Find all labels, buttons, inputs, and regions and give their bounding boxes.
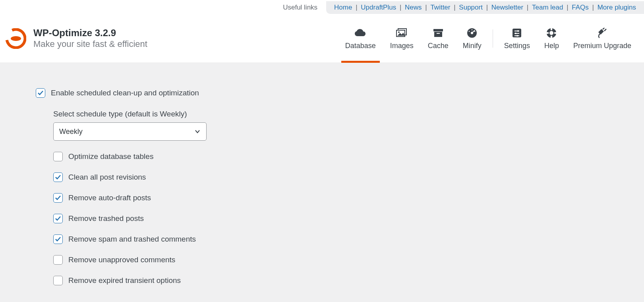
useful-links-label: Useful links bbox=[283, 4, 326, 12]
svg-point-16 bbox=[517, 30, 519, 32]
option-remove-transients: Remove expired transient options bbox=[53, 276, 331, 285]
option-checkbox[interactable] bbox=[53, 214, 63, 223]
link-faqs[interactable]: FAQs bbox=[572, 4, 589, 11]
tab-minify[interactable]: Minify bbox=[456, 15, 489, 62]
tab-label: Help bbox=[544, 42, 559, 50]
enable-schedule-checkbox[interactable] bbox=[36, 88, 45, 98]
option-remove-autodraft: Remove auto-draft posts bbox=[53, 193, 331, 203]
option-checkbox[interactable] bbox=[53, 255, 63, 265]
option-checkbox[interactable] bbox=[53, 234, 63, 244]
link-twitter[interactable]: Twitter bbox=[430, 4, 450, 11]
content-area: Enable scheduled clean-up and optimizati… bbox=[0, 62, 644, 302]
plug-icon bbox=[597, 27, 608, 39]
option-checkbox[interactable] bbox=[53, 172, 63, 182]
tab-database[interactable]: Database bbox=[338, 15, 383, 62]
option-label: Optimize database tables bbox=[68, 152, 153, 161]
tab-label: Database bbox=[345, 42, 376, 50]
schedule-type-label: Select schedule type (default is Weekly) bbox=[53, 110, 331, 118]
schedule-options-list: Optimize database tables Clean all post … bbox=[53, 152, 331, 285]
lifebuoy-icon bbox=[546, 27, 557, 39]
option-remove-spam-comments: Remove spam and trashed comments bbox=[53, 234, 331, 244]
option-label: Remove trashed posts bbox=[68, 214, 144, 223]
option-label: Clean all post revisions bbox=[68, 173, 146, 182]
svg-point-1 bbox=[11, 36, 21, 41]
useful-links-list: Home | UpdraftPlus | News | Twitter | Su… bbox=[326, 1, 644, 14]
tab-label: Images bbox=[390, 42, 414, 50]
svg-point-18 bbox=[515, 33, 516, 34]
option-remove-trashed-posts: Remove trashed posts bbox=[53, 214, 331, 223]
link-newsletter[interactable]: Newsletter bbox=[491, 4, 523, 11]
enable-schedule-row: Enable scheduled clean-up and optimizati… bbox=[36, 88, 584, 98]
svg-point-11 bbox=[469, 31, 470, 32]
enable-schedule-label: Enable scheduled clean-up and optimizati… bbox=[51, 89, 199, 97]
tab-settings[interactable]: Settings bbox=[497, 15, 537, 62]
tab-label: Cache bbox=[428, 42, 449, 50]
brand: WP-Optimize 3.2.9 Make your site fast & … bbox=[6, 27, 147, 49]
svg-line-28 bbox=[604, 29, 606, 31]
svg-rect-24 bbox=[551, 36, 552, 38]
svg-point-4 bbox=[398, 31, 400, 33]
svg-rect-25 bbox=[546, 32, 549, 34]
svg-rect-5 bbox=[433, 29, 443, 31]
plugin-subtitle: Make your site fast & efficient bbox=[33, 39, 147, 49]
schedule-type-select[interactable]: Weekly bbox=[53, 122, 207, 141]
svg-point-20 bbox=[516, 35, 518, 37]
chevron-down-icon bbox=[194, 128, 201, 135]
svg-rect-23 bbox=[551, 28, 552, 30]
link-support[interactable]: Support bbox=[459, 4, 483, 11]
link-news[interactable]: News bbox=[405, 4, 422, 11]
tab-images[interactable]: Images bbox=[383, 15, 421, 62]
gauge-icon bbox=[466, 27, 478, 39]
images-icon bbox=[396, 27, 407, 39]
tab-premium-upgrade[interactable]: Premium Upgrade bbox=[566, 15, 638, 62]
svg-line-27 bbox=[603, 28, 605, 29]
tab-label: Settings bbox=[504, 42, 530, 50]
option-remove-unapproved-comments: Remove unapproved comments bbox=[53, 255, 331, 265]
plugin-header: WP-Optimize 3.2.9 Make your site fast & … bbox=[0, 15, 644, 62]
wp-optimize-logo-icon bbox=[6, 28, 26, 49]
svg-rect-26 bbox=[554, 32, 557, 34]
tab-label: Premium Upgrade bbox=[573, 42, 631, 50]
link-more-plugins[interactable]: More plugins bbox=[598, 4, 636, 11]
svg-point-22 bbox=[549, 31, 553, 35]
tab-label: Minify bbox=[463, 42, 482, 50]
option-label: Remove expired transient options bbox=[68, 276, 181, 285]
tab-divider bbox=[493, 29, 493, 48]
option-clean-revisions: Clean all post revisions bbox=[53, 172, 331, 182]
link-home[interactable]: Home bbox=[334, 4, 352, 11]
link-updraftplus[interactable]: UpdraftPlus bbox=[361, 4, 396, 11]
cloud-icon bbox=[355, 27, 366, 39]
tab-help[interactable]: Help bbox=[537, 15, 566, 62]
useful-links-bar: Useful links Home | UpdraftPlus | News |… bbox=[0, 0, 644, 15]
archive-icon bbox=[433, 27, 444, 39]
tab-cache[interactable]: Cache bbox=[421, 15, 456, 62]
svg-point-13 bbox=[474, 31, 476, 32]
svg-point-12 bbox=[472, 29, 473, 30]
option-label: Remove auto-draft posts bbox=[68, 194, 151, 202]
plugin-title: WP-Optimize 3.2.9 bbox=[33, 27, 147, 39]
option-label: Remove spam and trashed comments bbox=[68, 235, 196, 244]
option-checkbox[interactable] bbox=[53, 276, 63, 285]
schedule-type-value: Weekly bbox=[59, 128, 83, 136]
option-checkbox[interactable] bbox=[53, 152, 63, 161]
option-label: Remove unapproved comments bbox=[68, 256, 175, 264]
option-checkbox[interactable] bbox=[53, 193, 63, 203]
sliders-icon bbox=[511, 27, 522, 39]
option-optimize-tables: Optimize database tables bbox=[53, 152, 331, 161]
main-tabs: Database Images Cache Minify Settings bbox=[338, 15, 638, 62]
svg-rect-7 bbox=[437, 33, 440, 34]
link-team-lead[interactable]: Team lead bbox=[532, 4, 563, 11]
svg-rect-6 bbox=[434, 32, 442, 37]
schedule-panel: Enable scheduled clean-up and optimizati… bbox=[24, 76, 596, 302]
